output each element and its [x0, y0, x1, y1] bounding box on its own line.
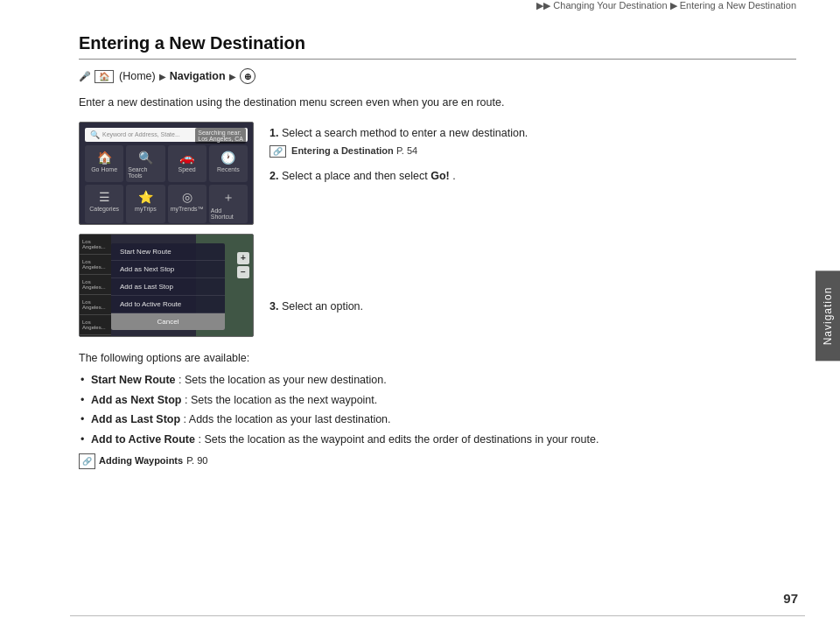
home-icon: 🏠	[94, 70, 114, 83]
option-add-last-stop: Add as Last Stop : Adds the location as …	[79, 411, 796, 428]
side-item-3: Los Angeles...	[80, 275, 111, 295]
path-row: 🎤 🏠 (Home) ▶ Navigation ▶ ⊕	[79, 68, 796, 84]
option-term-3: Add as Last Stop	[91, 413, 180, 425]
screen2-image: Los Angeles... Los Angeles... Los Angele…	[79, 234, 254, 337]
option-start-new-route: Start New Route : Sets the location as y…	[79, 372, 796, 389]
search-tools-icon: 🔍	[138, 151, 153, 165]
images-col: 🔍 Keyword or Address, State... Searching…	[79, 122, 254, 337]
option-desc-1: : Sets the location as your new destinat…	[178, 374, 387, 386]
step-1-ref-page: P. 54	[396, 145, 417, 156]
gohome-icon: 🏠	[97, 151, 112, 165]
speed-icon: 🚗	[179, 151, 194, 165]
breadcrumb-text: ▶▶ Changing Your Destination ▶ Entering …	[536, 0, 796, 11]
recents-label: Recents	[217, 166, 240, 172]
option-term-1: Start New Route	[91, 374, 176, 386]
side-item-2: Los Angeles...	[80, 255, 111, 275]
steps-col: 1. Select a search method to enter a new…	[270, 122, 796, 337]
side-item-1: Los Angeles...	[80, 235, 111, 255]
grid-item-mytrends: ◎ myTrends™	[168, 185, 206, 223]
path-search-icon: ⊕	[240, 68, 256, 84]
options-list: Start New Route : Sets the location as y…	[79, 372, 796, 448]
option-desc-2: : Sets the location as the next waypoint…	[185, 394, 377, 406]
step-2-period: .	[452, 170, 455, 182]
speed-label: Speed	[178, 166, 196, 172]
nearby-label: Searching near:Los Angeles, CA	[195, 128, 246, 144]
bottom-ref: 🔗 Adding Waypoints P. 90	[79, 453, 796, 469]
search-icon: 🔍	[90, 130, 100, 139]
grid-item-categories: ☰ Categories	[85, 185, 123, 223]
intro-text: Enter a new destination using the destin…	[79, 95, 516, 111]
section-title: Entering a New Destination	[79, 33, 796, 60]
mytrends-label: myTrends™	[171, 206, 204, 212]
path-home-label: (Home)	[119, 70, 156, 82]
grid-item-recents: 🕐 Recents	[209, 145, 248, 182]
search-tools-label: Search Tools	[128, 166, 163, 179]
path-arrow-1: ▶	[159, 72, 166, 81]
mytrips-icon: ⭐	[138, 190, 153, 204]
option-add-active-route: Add to Active Route : Sets the location …	[79, 432, 796, 448]
categories-icon: ☰	[99, 190, 110, 204]
menu-start-new-route: Start New Route	[111, 243, 225, 261]
option-add-next-stop: Add as Next Stop : Sets the location as …	[79, 392, 796, 409]
step-2: 2. Select a place and then select Go! .	[270, 168, 567, 185]
step-2-go: Go!	[430, 170, 450, 182]
bottom-intro: The following options are available:	[79, 352, 249, 364]
menu-add-active-route: Add to Active Route	[111, 296, 225, 313]
route-menu-panel: Start New Route Add as Next Stop Add as …	[111, 243, 225, 330]
zoom-in-button: +	[237, 252, 249, 264]
mytrends-icon: ◎	[182, 190, 192, 204]
option-desc-4: : Sets the location as the waypoint and …	[198, 433, 598, 446]
bottom-ref-page: P. 90	[186, 453, 207, 469]
step-3-number: 3.	[270, 300, 278, 312]
step-2-text: Select a place and then select	[282, 170, 430, 182]
menu-add-next-stop: Add as Next Stop	[111, 261, 225, 278]
bottom-section: The following options are available: Sta…	[79, 349, 796, 469]
zoom-out-button: −	[237, 266, 249, 278]
mytrips-label: myTrips	[135, 206, 157, 212]
grid-item-gohome: 🏠 Go Home	[85, 145, 123, 182]
step-3-text: Select an option.	[282, 300, 363, 312]
step-1-text: Select a search method to enter a new de…	[282, 127, 528, 139]
step-1-ref: 🔗 Entering a Destination P. 54	[270, 144, 567, 158]
path-arrow-2: ▶	[229, 72, 236, 81]
categories-label: Categories	[89, 206, 119, 212]
step-3: 3. Select an option.	[270, 298, 567, 315]
sidebar-tab: Navigation	[816, 271, 840, 362]
screen1-image: 🔍 Keyword or Address, State... Searching…	[79, 122, 254, 225]
step-1-number: 1.	[270, 127, 278, 139]
sidebar-label: Navigation	[822, 287, 834, 346]
option-desc-3: : Adds the location as your last destina…	[184, 413, 391, 425]
side-item-4: Los Angeles...	[80, 295, 111, 315]
grid-item-search: 🔍 Search Tools	[126, 145, 164, 182]
zoom-controls: + −	[237, 252, 249, 278]
side-item-5: Los Angeles...	[80, 315, 111, 335]
recents-icon: 🕐	[220, 151, 235, 165]
side-list: Los Angeles... Los Angeles... Los Angele…	[80, 235, 111, 336]
step-1-ref-icon: 🔗	[270, 145, 286, 158]
path-nav-label: Navigation	[170, 70, 226, 82]
grid-item-speed: 🚗 Speed	[168, 145, 206, 182]
bottom-ref-icon: 🔗	[79, 453, 95, 469]
step-2-number: 2.	[270, 170, 278, 182]
menu-add-last-stop: Add as Last Stop	[111, 278, 225, 296]
addshortcut-label: Add Shortcut	[211, 207, 246, 220]
grid-item-addshortcut: ＋ Add Shortcut	[209, 185, 248, 223]
page-number: 97	[783, 591, 798, 606]
menu-cancel: Cancel	[111, 313, 225, 330]
bottom-ref-text: Adding Waypoints	[99, 453, 183, 469]
step-1-ref-text: Entering a Destination	[291, 145, 394, 156]
grid-item-mytrips: ⭐ myTrips	[126, 185, 164, 223]
option-term-2: Add as Next Stop	[91, 394, 182, 406]
addshortcut-icon: ＋	[222, 190, 234, 206]
gohome-label: Go Home	[91, 166, 117, 172]
icon-grid: 🏠 Go Home 🔍 Search Tools 🚗 Speed 🕐 Recen…	[80, 145, 253, 223]
mic-icon: 🎤	[79, 71, 91, 82]
screen1-search-text: Keyword or Address, State...	[102, 131, 180, 137]
option-term-4: Add to Active Route	[91, 433, 195, 446]
step-1: 1. Select a search method to enter a new…	[270, 125, 567, 158]
steps-area: 🔍 Keyword or Address, State... Searching…	[79, 122, 796, 337]
